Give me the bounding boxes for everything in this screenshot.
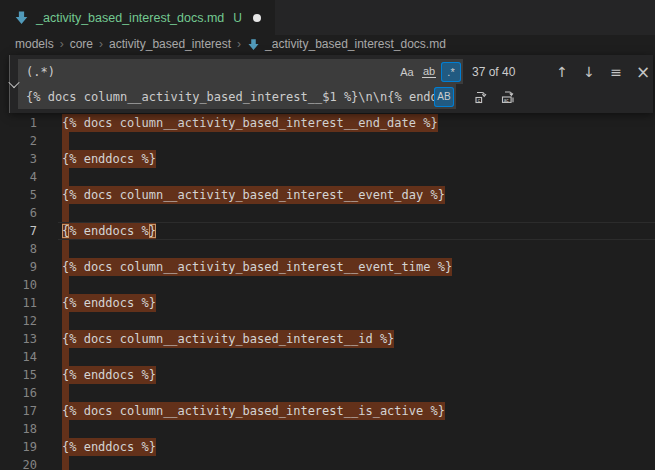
editor-line[interactable]: 4 bbox=[0, 168, 655, 186]
find-match-highlight: {% docs column__activity_based_interest_… bbox=[62, 402, 445, 420]
match-case-button[interactable]: Aa bbox=[397, 62, 417, 82]
markdown-file-icon bbox=[247, 38, 260, 51]
breadcrumb: models › core › activity_based_interest … bbox=[0, 35, 655, 53]
find-in-selection-button[interactable]: ≡ bbox=[605, 61, 627, 83]
line-text bbox=[62, 312, 69, 330]
line-number: 5 bbox=[0, 186, 37, 204]
editor-line[interactable]: 19{% enddocs %} bbox=[0, 438, 655, 456]
line-text bbox=[62, 456, 69, 470]
regex-button[interactable]: .* bbox=[441, 62, 461, 82]
breadcrumb-separator-icon: › bbox=[99, 37, 103, 51]
find-match-highlight: {% enddocs %} bbox=[62, 366, 156, 384]
line-text bbox=[62, 420, 69, 438]
line-number: 15 bbox=[0, 366, 37, 384]
find-match-highlight: {% docs column__activity_based_interest_… bbox=[62, 330, 394, 348]
preserve-case-button[interactable]: AB bbox=[434, 87, 454, 107]
editor-line[interactable]: 7{% enddocs %} bbox=[0, 222, 655, 240]
line-text: {% enddocs %} bbox=[62, 438, 156, 456]
replace-row: {% docs column__activity_based_interest_… bbox=[18, 84, 654, 109]
line-number: 6 bbox=[0, 204, 37, 222]
whole-word-button[interactable]: ab bbox=[419, 62, 439, 82]
find-widget: (.*) Aa ab .* 37 of 40 ↑ ↓ ≡ × {% docs c… bbox=[9, 55, 653, 113]
line-text: {% docs column__activity_based_interest_… bbox=[62, 402, 445, 420]
replace-all-button[interactable]: ac bbox=[497, 86, 519, 108]
breadcrumb-item-file[interactable]: _activity_based_interest_docs.md bbox=[265, 37, 446, 51]
git-status-badge: U bbox=[233, 11, 242, 25]
find-input[interactable]: (.*) Aa ab .* bbox=[18, 59, 463, 84]
line-text: {% docs column__activity_based_interest_… bbox=[62, 114, 438, 132]
line-number: 17 bbox=[0, 402, 37, 420]
line-number: 11 bbox=[0, 294, 37, 312]
next-match-button[interactable]: ↓ bbox=[578, 61, 600, 83]
breadcrumb-separator-icon: › bbox=[237, 37, 241, 51]
line-number: 8 bbox=[0, 240, 37, 258]
breadcrumb-separator-icon: › bbox=[60, 37, 64, 51]
breadcrumb-item-core[interactable]: core bbox=[70, 37, 93, 51]
find-match-highlight: {% enddocs %} bbox=[62, 222, 156, 240]
line-number: 13 bbox=[0, 330, 37, 348]
line-text: {% enddocs %} bbox=[62, 294, 156, 312]
editor-line[interactable]: 20 bbox=[0, 456, 655, 470]
replace-button[interactable]: c bbox=[470, 86, 492, 108]
find-input-value[interactable]: (.*) bbox=[18, 65, 397, 79]
results-count: 37 of 40 bbox=[472, 65, 532, 79]
tab-title: _activity_based_interest_docs.md bbox=[36, 11, 224, 25]
editor-line[interactable]: 13{% docs column__activity_based_interes… bbox=[0, 330, 655, 348]
line-number: 19 bbox=[0, 438, 37, 456]
replace-icon: c bbox=[473, 89, 489, 105]
find-match-highlight: {% docs column__activity_based_interest_… bbox=[62, 114, 438, 132]
find-match-highlight: {% docs column__activity_based_interest_… bbox=[62, 258, 452, 276]
editor-lines: 1{% docs column__activity_based_interest… bbox=[0, 114, 655, 470]
editor-line[interactable]: 11{% enddocs %} bbox=[0, 294, 655, 312]
breadcrumb-item-models[interactable]: models bbox=[15, 37, 54, 51]
editor-tab[interactable]: _activity_based_interest_docs.md U bbox=[0, 0, 276, 35]
editor-line[interactable]: 9{% docs column__activity_based_interest… bbox=[0, 258, 655, 276]
editor-line[interactable]: 16 bbox=[0, 384, 655, 402]
line-text: {% enddocs %} bbox=[62, 366, 156, 384]
line-text: {% docs column__activity_based_interest_… bbox=[62, 330, 394, 348]
editor-line[interactable]: 3{% enddocs %} bbox=[0, 150, 655, 168]
editor-line[interactable]: 8 bbox=[0, 240, 655, 258]
line-text bbox=[62, 168, 69, 186]
line-number: 4 bbox=[0, 168, 37, 186]
line-text bbox=[62, 276, 69, 294]
find-match-highlight-empty bbox=[62, 132, 69, 150]
match-case-label: Aa bbox=[400, 66, 413, 78]
whole-word-label: ab bbox=[422, 65, 436, 78]
editor-line[interactable]: 6 bbox=[0, 204, 655, 222]
previous-match-button[interactable]: ↑ bbox=[551, 61, 573, 83]
editor-line[interactable]: 2 bbox=[0, 132, 655, 150]
line-number: 1 bbox=[0, 114, 37, 132]
find-match-highlight: {% enddocs %} bbox=[62, 150, 156, 168]
line-number: 18 bbox=[0, 420, 37, 438]
breadcrumb-item-activity-based-interest[interactable]: activity_based_interest bbox=[109, 37, 231, 51]
line-text: {% docs column__activity_based_interest_… bbox=[62, 258, 452, 276]
matching-bracket: { bbox=[62, 224, 69, 238]
editor-line[interactable]: 12 bbox=[0, 312, 655, 330]
find-match-highlight-empty bbox=[62, 204, 69, 222]
editor-line[interactable]: 15{% enddocs %} bbox=[0, 366, 655, 384]
editor-line[interactable]: 17{% docs column__activity_based_interes… bbox=[0, 402, 655, 420]
close-find-widget-button[interactable]: × bbox=[632, 61, 654, 83]
replace-input-value[interactable]: {% docs column__activity_based_interest_… bbox=[18, 90, 434, 104]
editor-line[interactable]: 1{% docs column__activity_based_interest… bbox=[0, 114, 655, 132]
line-text bbox=[62, 240, 69, 258]
find-match-highlight-empty bbox=[62, 420, 69, 438]
modified-dot-icon[interactable] bbox=[253, 14, 261, 22]
editor-line[interactable]: 14 bbox=[0, 348, 655, 366]
tab-bar: _activity_based_interest_docs.md U bbox=[0, 0, 655, 35]
replace-input[interactable]: {% docs column__activity_based_interest_… bbox=[18, 84, 456, 109]
line-number: 16 bbox=[0, 384, 37, 402]
editor-line[interactable]: 18 bbox=[0, 420, 655, 438]
line-text bbox=[62, 204, 69, 222]
editor-line[interactable]: 10 bbox=[0, 276, 655, 294]
editor-line[interactable]: 5{% docs column__activity_based_interest… bbox=[0, 186, 655, 204]
find-match-highlight-empty bbox=[62, 384, 69, 402]
line-number: 3 bbox=[0, 150, 37, 168]
line-number: 9 bbox=[0, 258, 37, 276]
line-number: 10 bbox=[0, 276, 37, 294]
line-text bbox=[62, 384, 69, 402]
find-row: (.*) Aa ab .* 37 of 40 ↑ ↓ ≡ × bbox=[18, 59, 654, 84]
line-text bbox=[62, 132, 69, 150]
editor-content[interactable]: 1{% docs column__activity_based_interest… bbox=[0, 114, 655, 470]
